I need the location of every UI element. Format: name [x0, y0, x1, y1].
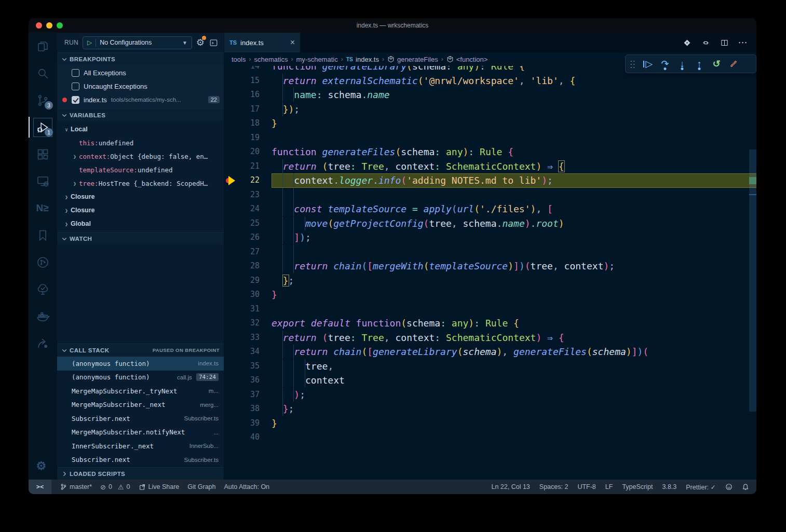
call-stack-section-header[interactable]: CALL STACK PAUSED ON BREAKPOINT — [57, 344, 224, 356]
call-stack-frame[interactable]: MergeMapSubscriber.notifyNext... — [57, 426, 224, 440]
status-live-share[interactable]: Live Share — [139, 483, 180, 490]
status-encoding[interactable]: UTF-8 — [577, 483, 595, 490]
glyph-margin[interactable] — [224, 302, 238, 317]
activity-item-search[interactable] — [29, 60, 57, 87]
more-actions-button[interactable]: ⋯ — [738, 37, 748, 48]
line-number[interactable]: 14 — [238, 66, 260, 74]
glyph-margin[interactable] — [224, 402, 238, 416]
variable-row[interactable]: ❯Global — [57, 217, 224, 230]
code-line-content[interactable]: const templateSource = apply(url('./file… — [272, 202, 756, 216]
breadcrumb-item-6[interactable]: <function> — [446, 56, 488, 63]
glyph-margin[interactable] — [224, 259, 238, 274]
step-out-button[interactable]: ↑ — [692, 57, 707, 71]
title-bar[interactable]: index.ts — wrkschematics — [29, 18, 756, 33]
line-number[interactable]: 22 — [238, 173, 260, 188]
glyph-margin[interactable] — [224, 345, 238, 359]
loaded-scripts-section-header[interactable]: LOADED SCRIPTS — [57, 467, 224, 480]
status-eol[interactable]: LF — [605, 483, 613, 490]
code-line-content[interactable]: }; — [272, 274, 756, 288]
line-number[interactable]: 17 — [238, 102, 260, 117]
code-line-content[interactable]: }; — [272, 402, 756, 416]
line-number[interactable]: 31 — [238, 302, 260, 317]
glyph-margin[interactable] — [224, 102, 238, 117]
activity-item-bookmarks[interactable] — [29, 222, 57, 249]
glyph-margin[interactable] — [224, 245, 238, 260]
code-line-content[interactable]: context.logger.info('adding NOTES.md to … — [272, 173, 756, 188]
activity-item-manage[interactable]: ⚙ — [29, 453, 57, 480]
restart-button[interactable]: ↺ — [709, 57, 724, 71]
line-number[interactable]: 24 — [238, 202, 260, 216]
code-line-content[interactable] — [272, 131, 756, 145]
line-number[interactable]: 18 — [238, 116, 260, 131]
variable-row[interactable]: this: undefined — [57, 136, 224, 149]
breadcrumb-item-1[interactable]: tools — [232, 56, 246, 63]
line-number[interactable]: 26 — [238, 230, 260, 245]
glyph-margin[interactable] — [224, 288, 238, 302]
compare-changes-button[interactable] — [700, 37, 711, 48]
glyph-margin[interactable] — [224, 416, 238, 431]
glyph-margin[interactable] — [224, 145, 238, 159]
activity-item-test-tree[interactable] — [29, 276, 57, 303]
line-number[interactable]: 20 — [238, 145, 260, 159]
glyph-margin[interactable] — [224, 202, 238, 216]
variable-row[interactable]: ❯Closure — [57, 190, 224, 203]
drag-handle-icon[interactable] — [630, 60, 635, 69]
glyph-margin[interactable] — [224, 373, 238, 388]
status-language[interactable]: TypeScript — [622, 483, 653, 490]
watch-section-header[interactable]: WATCH — [57, 232, 224, 244]
glyph-margin[interactable] — [224, 159, 238, 174]
line-number[interactable]: 16 — [238, 88, 260, 102]
open-changes-button[interactable] — [682, 37, 692, 48]
activity-item-run-and-debug[interactable]: 1 — [29, 114, 57, 141]
close-tab-icon[interactable]: × — [290, 38, 295, 47]
code-line-content[interactable]: }); — [272, 102, 756, 117]
code-line-content[interactable]: return chain([mergeWith(templateSource)]… — [272, 259, 756, 274]
remote-indicator[interactable]: >< — [29, 480, 51, 494]
status-git-branch[interactable]: master* — [60, 483, 92, 490]
code-line-content[interactable]: function generateFiles(schema: any): Rul… — [272, 145, 756, 159]
glyph-margin[interactable] — [224, 316, 238, 331]
start-debug-icon[interactable]: ▷ — [87, 39, 92, 46]
line-number[interactable]: 19 — [238, 131, 260, 145]
code-line-content[interactable] — [272, 430, 756, 445]
breadcrumb-item-2[interactable]: schematics — [254, 56, 288, 63]
continue-button[interactable]: ▷ — [640, 57, 656, 71]
twistie-icon[interactable]: ❯ — [62, 221, 71, 227]
status-feedback[interactable] — [725, 483, 733, 490]
breadcrumb-item-4[interactable]: TSindex.ts — [346, 56, 379, 63]
status-notifications[interactable] — [742, 483, 749, 490]
call-stack-frame[interactable]: InnerSubscriber._nextInnerSub... — [57, 439, 224, 453]
code-line-content[interactable] — [272, 188, 756, 202]
debug-console-button[interactable] — [209, 38, 219, 48]
code-line-content[interactable] — [272, 245, 756, 260]
line-number[interactable]: 28 — [238, 259, 260, 274]
line-number[interactable]: 34 — [238, 345, 260, 359]
code-line-content[interactable]: ]); — [272, 230, 756, 245]
status-ts-version[interactable]: 3.8.3 — [662, 483, 676, 490]
glyph-margin[interactable] — [224, 116, 238, 131]
call-stack-frame[interactable]: (anonymous function)call.js74:24 — [57, 371, 224, 385]
breakpoint-row[interactable]: All Exceptions — [57, 66, 224, 79]
breakpoint-checkbox[interactable] — [72, 83, 79, 90]
code-line-content[interactable] — [272, 302, 756, 317]
glyph-margin[interactable] — [224, 74, 238, 88]
call-stack-frame[interactable]: (anonymous function)index.ts — [57, 357, 224, 371]
activity-item-docker[interactable] — [29, 303, 57, 330]
status-auto-attach[interactable]: Auto Attach: On — [224, 483, 270, 490]
scrollbar[interactable] — [749, 66, 756, 480]
activity-item-git-graph[interactable] — [29, 249, 57, 276]
glyph-margin[interactable] — [224, 216, 238, 231]
code-line-content[interactable]: return chain([generateLibrary(schema), g… — [272, 345, 756, 359]
call-stack-frame[interactable]: Subscriber.nextSubscriber.ts — [57, 453, 224, 467]
breadcrumb-item-5[interactable]: generateFiles — [387, 56, 438, 63]
status-problems[interactable]: ⊘0⚠0 — [100, 483, 130, 491]
line-number[interactable]: 38 — [238, 402, 260, 416]
glyph-margin[interactable] — [224, 131, 238, 145]
twistie-icon[interactable]: ❯ — [62, 194, 71, 200]
status-indentation[interactable]: Spaces: 2 — [539, 483, 568, 490]
variable-row[interactable]: ❯tree: HostTree {_backend: ScopedH… — [57, 176, 224, 190]
breakpoint-row[interactable]: index.tstools/schematics/my-sch...22 — [57, 93, 224, 106]
activity-item-source-control[interactable]: 3 — [29, 87, 57, 114]
glyph-margin[interactable] — [224, 430, 238, 445]
twistie-icon[interactable]: ❯ — [62, 208, 71, 213]
